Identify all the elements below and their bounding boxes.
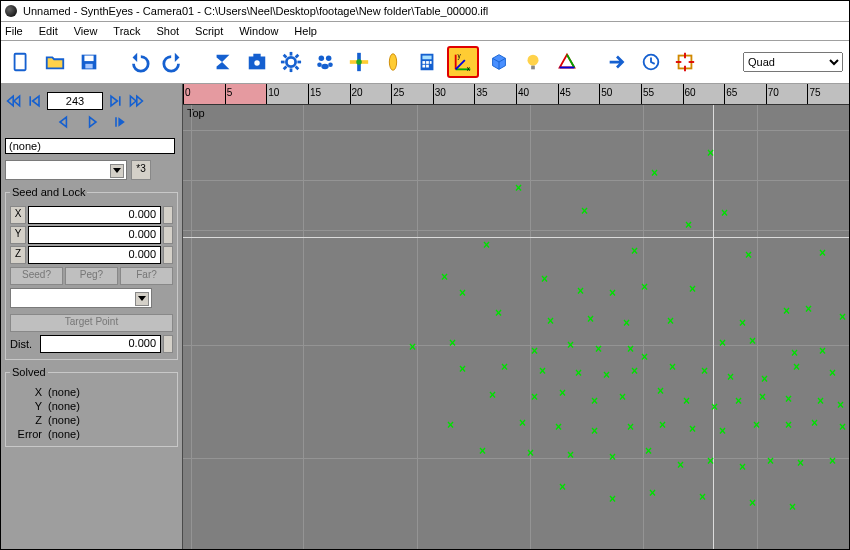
tracker-point[interactable]: × — [623, 319, 631, 327]
tracker-point[interactable]: × — [651, 169, 659, 177]
tracker-point[interactable]: × — [739, 319, 747, 327]
seed-button[interactable]: Seed? — [10, 267, 63, 285]
view-select[interactable]: Quad — [743, 52, 843, 72]
viewport-3d[interactable]: Top ××××××××××××××××××××××××××××××××××××… — [183, 105, 849, 549]
tracker-point[interactable]: × — [495, 309, 503, 317]
tracker-point[interactable]: × — [683, 397, 691, 405]
first-frame-icon[interactable] — [5, 93, 23, 109]
tracker-point[interactable]: × — [793, 363, 801, 371]
tracker-point[interactable]: × — [459, 289, 467, 297]
tracker-point[interactable]: × — [591, 427, 599, 435]
multiplier-button[interactable]: *3 — [131, 160, 151, 180]
clock-icon[interactable] — [637, 48, 665, 76]
tracker-point[interactable]: × — [619, 393, 627, 401]
tracker-point[interactable]: × — [627, 423, 635, 431]
tracker-point[interactable]: × — [667, 317, 675, 325]
dist-toggle[interactable] — [163, 335, 173, 353]
tracker-point[interactable]: × — [515, 184, 523, 192]
cross-target-icon[interactable] — [345, 48, 373, 76]
timeline-ruler[interactable]: 05101520253035404550556065707580 — [183, 84, 849, 105]
tracker-point[interactable]: × — [409, 343, 417, 351]
tracker-point[interactable]: × — [819, 347, 827, 355]
tracker-point[interactable]: × — [819, 249, 827, 257]
tracker-point[interactable]: × — [785, 395, 793, 403]
tracker-point[interactable]: × — [591, 397, 599, 405]
tracker-point[interactable]: × — [539, 367, 547, 375]
gear-icon[interactable] — [277, 48, 305, 76]
frame-number-input[interactable]: 243 — [47, 92, 103, 110]
tracker-point[interactable]: × — [609, 495, 617, 503]
play-icon[interactable] — [111, 114, 129, 130]
selection-field[interactable]: (none) — [5, 138, 175, 154]
peg-button[interactable]: Peg? — [65, 267, 118, 285]
tracker-point[interactable]: × — [641, 283, 649, 291]
target-combo[interactable] — [10, 288, 152, 308]
tracker-point[interactable]: × — [547, 317, 555, 325]
tracker-point[interactable]: × — [719, 339, 727, 347]
tracker-point[interactable]: × — [577, 287, 585, 295]
tracker-point[interactable]: × — [699, 493, 707, 501]
open-icon[interactable] — [41, 48, 69, 76]
tracker-point[interactable]: × — [541, 275, 549, 283]
z-label[interactable]: Z — [10, 246, 26, 264]
dist-input[interactable]: 0.000 — [40, 335, 161, 353]
menu-file[interactable]: File — [5, 25, 23, 37]
tracker-point[interactable]: × — [735, 397, 743, 405]
lens-icon[interactable] — [379, 48, 407, 76]
y-label[interactable]: Y — [10, 226, 26, 244]
tracker-point[interactable]: × — [753, 421, 761, 429]
step-fwd-icon[interactable] — [83, 114, 101, 130]
sigma-icon[interactable] — [209, 48, 237, 76]
tracker-point[interactable]: × — [685, 221, 693, 229]
tracker-point[interactable]: × — [749, 499, 757, 507]
menu-view[interactable]: View — [74, 25, 98, 37]
tracker-point[interactable]: × — [441, 273, 449, 281]
tracker-point[interactable]: × — [707, 149, 715, 157]
tracker-point[interactable]: × — [449, 339, 457, 347]
coord-xyz-icon[interactable]: yx — [447, 46, 479, 78]
tracker-point[interactable]: × — [805, 305, 813, 313]
tracker-point[interactable]: × — [483, 241, 491, 249]
tracker-point[interactable]: × — [669, 363, 677, 371]
target-point-button[interactable]: Target Point — [10, 314, 173, 332]
step-back-icon[interactable] — [55, 114, 73, 130]
tracker-point[interactable]: × — [519, 419, 527, 427]
menu-track[interactable]: Track — [113, 25, 140, 37]
tracker-point[interactable]: × — [559, 389, 567, 397]
tracker-point[interactable]: × — [567, 341, 575, 349]
tracker-point[interactable]: × — [447, 421, 455, 429]
tracker-point[interactable]: × — [739, 463, 747, 471]
tracker-point[interactable]: × — [587, 315, 595, 323]
tracker-point[interactable]: × — [459, 365, 467, 373]
tracker-point[interactable]: × — [839, 423, 847, 431]
undo-icon[interactable] — [125, 48, 153, 76]
menu-edit[interactable]: Edit — [39, 25, 58, 37]
cube-icon[interactable] — [485, 48, 513, 76]
menu-help[interactable]: Help — [294, 25, 317, 37]
prev-key-icon[interactable] — [26, 93, 44, 109]
redo-icon[interactable] — [159, 48, 187, 76]
tracker-point[interactable]: × — [689, 425, 697, 433]
tracker-point[interactable]: × — [797, 459, 805, 467]
calc-icon[interactable] — [413, 48, 441, 76]
tracker-point[interactable]: × — [559, 483, 567, 491]
tracker-point[interactable]: × — [749, 337, 757, 345]
tracker-point[interactable]: × — [761, 375, 769, 383]
tracker-point[interactable]: × — [791, 349, 799, 357]
y-input[interactable]: 0.000 — [28, 226, 161, 244]
tracker-point[interactable]: × — [641, 353, 649, 361]
tracker-point[interactable]: × — [581, 207, 589, 215]
tracker-point[interactable]: × — [501, 363, 509, 371]
tracker-point[interactable]: × — [719, 427, 727, 435]
y-lock-toggle[interactable] — [163, 226, 173, 244]
tracker-point[interactable]: × — [531, 347, 539, 355]
tracker-point[interactable]: × — [555, 423, 563, 431]
x-input[interactable]: 0.000 — [28, 206, 161, 224]
tracker-point[interactable]: × — [677, 461, 685, 469]
tracker-point[interactable]: × — [645, 447, 653, 455]
tracker-point[interactable]: × — [783, 307, 791, 315]
tracker-point[interactable]: × — [689, 285, 697, 293]
tracker-point[interactable]: × — [657, 387, 665, 395]
tracker-point[interactable]: × — [829, 457, 837, 465]
paws-icon[interactable] — [311, 48, 339, 76]
